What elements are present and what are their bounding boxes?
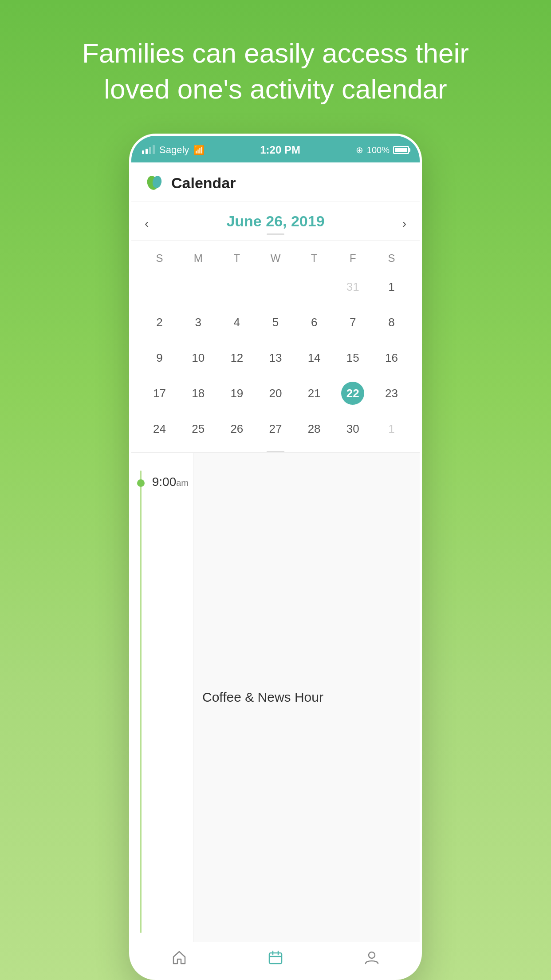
day-header-tue: T xyxy=(217,245,256,269)
calendar-cell-27[interactable]: 27 xyxy=(256,411,295,447)
calendar-cell-22[interactable]: 22 xyxy=(334,375,372,411)
person-icon xyxy=(364,949,380,969)
app-logo-icon xyxy=(145,173,164,193)
calendar-cell-next-1[interactable]: 1 xyxy=(372,411,411,447)
calendar-cell-5[interactable]: 5 xyxy=(256,304,295,340)
calendar-cell-9[interactable]: 9 xyxy=(140,340,179,375)
calendar-cell-16[interactable]: 16 xyxy=(372,340,411,375)
app-header: Calendar xyxy=(131,162,420,202)
signal-bar-4 xyxy=(153,145,155,154)
calendar-cell-21[interactable]: 21 xyxy=(295,375,334,411)
calendar-cell-30[interactable]: 30 xyxy=(334,411,372,447)
day-header-fri: F xyxy=(334,245,372,269)
calendar-grid: S M T W T F S 31 1 2 3 xyxy=(131,241,420,447)
calendar-cell-24[interactable]: 24 xyxy=(140,411,179,447)
calendar-cell-10[interactable]: 10 xyxy=(179,340,217,375)
calendar-cell-15[interactable]: 15 xyxy=(334,340,372,375)
calendar-cell-7[interactable]: 7 xyxy=(334,304,372,340)
calendar-cell[interactable] xyxy=(217,269,256,304)
page-headline: Families can easily access their loved o… xyxy=(0,0,551,134)
tab-calendar[interactable] xyxy=(268,949,283,969)
carrier-label: Sagely xyxy=(159,144,189,156)
svg-rect-2 xyxy=(269,953,282,964)
status-bar: Sagely 📶 1:20 PM ⊕ 100% xyxy=(131,136,420,162)
calendar-row-2: 2 3 4 5 6 7 8 xyxy=(140,304,411,340)
time-slot-area: 9:00am Coffee & News Hour xyxy=(131,452,420,942)
calendar-cell[interactable] xyxy=(179,269,217,304)
status-right: ⊕ 100% xyxy=(356,145,409,155)
tab-bar xyxy=(131,942,420,978)
calendar-cell-18[interactable]: 18 xyxy=(179,375,217,411)
lock-icon: ⊕ xyxy=(356,145,363,155)
calendar-cell[interactable] xyxy=(140,269,179,304)
calendar-cell-1[interactable]: 1 xyxy=(372,269,411,304)
day-headers: S M T W T F S xyxy=(140,245,411,269)
tab-home[interactable] xyxy=(171,949,187,969)
status-left: Sagely 📶 xyxy=(142,144,205,156)
calendar-month-title: June 26, 2019 xyxy=(226,213,324,230)
calendar-cell-13[interactable]: 13 xyxy=(256,340,295,375)
signal-bar-2 xyxy=(146,149,148,154)
time-value: 9:00 xyxy=(152,475,177,489)
event-name: Coffee & News Hour xyxy=(202,690,323,705)
status-time: 1:20 PM xyxy=(260,144,300,156)
calendar-cell-23[interactable]: 23 xyxy=(372,375,411,411)
app-content: Calendar ‹ June 26, 2019 › S M T W T F S xyxy=(131,162,420,978)
day-header-wed: W xyxy=(256,245,295,269)
battery-fill xyxy=(395,148,407,152)
calendar-cell-17[interactable]: 17 xyxy=(140,375,179,411)
calendar-cell-8[interactable]: 8 xyxy=(372,304,411,340)
prev-month-button[interactable]: ‹ xyxy=(145,217,149,231)
day-header-thu: T xyxy=(295,245,334,269)
home-icon xyxy=(171,949,187,969)
calendar-row-5: 24 25 26 27 28 30 1 xyxy=(140,411,411,447)
calendar-separator xyxy=(267,233,284,235)
signal-bar-1 xyxy=(142,150,144,154)
next-month-button[interactable]: › xyxy=(402,217,406,231)
calendar-row-4: 17 18 19 20 21 22 23 xyxy=(140,375,411,411)
calendar-month-header: June 26, 2019 xyxy=(226,213,324,235)
calendar-icon xyxy=(268,949,283,969)
calendar-cell-31[interactable]: 31 xyxy=(334,269,372,304)
time-label: 9:00am xyxy=(145,475,189,489)
day-header-sat: S xyxy=(372,245,411,269)
calendar-cell[interactable] xyxy=(256,269,295,304)
event-col: Coffee & News Hour xyxy=(193,453,420,942)
calendar-row-3: 9 10 12 13 14 15 16 xyxy=(140,340,411,375)
phone-frame: Sagely 📶 1:20 PM ⊕ 100% Calendar ‹ June … xyxy=(129,134,422,980)
tab-profile[interactable] xyxy=(364,949,380,969)
signal-bar-3 xyxy=(149,147,151,154)
calendar-cell[interactable] xyxy=(295,269,334,304)
calendar-cell-4[interactable]: 4 xyxy=(217,304,256,340)
app-title: Calendar xyxy=(171,174,236,192)
calendar-nav: ‹ June 26, 2019 › xyxy=(131,202,420,241)
time-line-col: 9:00am xyxy=(131,453,193,942)
calendar-cell-12[interactable]: 12 xyxy=(217,340,256,375)
svg-point-6 xyxy=(369,952,375,958)
calendar-cell-2[interactable]: 2 xyxy=(140,304,179,340)
battery-icon xyxy=(393,146,409,154)
battery-pct-label: 100% xyxy=(367,145,390,155)
signal-bars xyxy=(142,146,155,154)
calendar-cell-3[interactable]: 3 xyxy=(179,304,217,340)
calendar-cell-19[interactable]: 19 xyxy=(217,375,256,411)
day-header-mon: M xyxy=(179,245,217,269)
day-header-sun: S xyxy=(140,245,179,269)
calendar-cell-20[interactable]: 20 xyxy=(256,375,295,411)
calendar-cell-28[interactable]: 28 xyxy=(295,411,334,447)
calendar-cell-6[interactable]: 6 xyxy=(295,304,334,340)
time-dot xyxy=(137,479,145,487)
calendar-cell-14[interactable]: 14 xyxy=(295,340,334,375)
wifi-icon: 📶 xyxy=(193,145,205,155)
calendar-cell-25[interactable]: 25 xyxy=(179,411,217,447)
calendar-cell-26[interactable]: 26 xyxy=(217,411,256,447)
time-period: am xyxy=(176,478,189,488)
time-line-indicator xyxy=(140,470,142,933)
calendar-row-1: 31 1 xyxy=(140,269,411,304)
